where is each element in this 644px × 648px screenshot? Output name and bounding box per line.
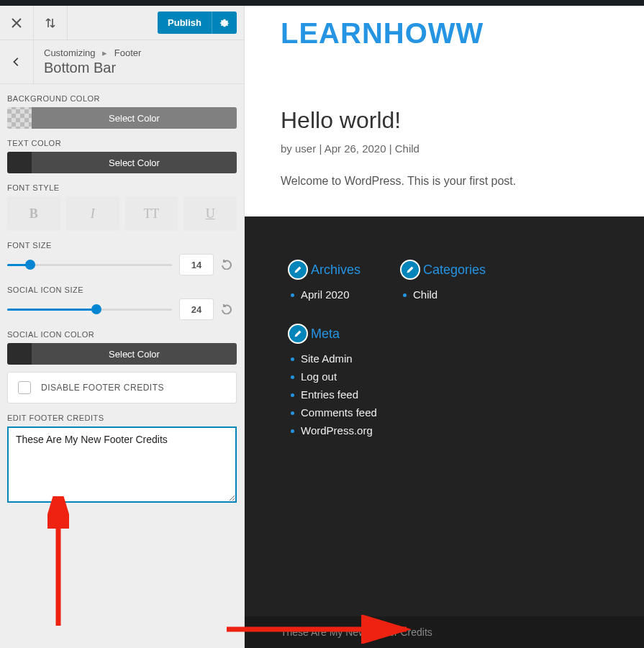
meta-sep: | [319, 142, 324, 155]
close-icon [11, 17, 22, 29]
footer-bottom-bar: These Are My New Footer Credits [245, 616, 644, 648]
widget-archives: Archives April 2020 Meta [288, 260, 389, 439]
text-color-control: Select Color [7, 152, 237, 173]
meta-list-item[interactable]: Comments feed [301, 403, 389, 421]
meta-author[interactable]: user [295, 142, 316, 155]
font-size-reset[interactable] [221, 258, 237, 272]
breadcrumb-separator: ▸ [98, 47, 112, 58]
controls-area: BACKGROUND COLOR Select Color TEXT COLOR… [0, 84, 244, 648]
publish-button[interactable]: Publish [158, 12, 212, 34]
undo-icon [221, 303, 232, 314]
bg-color-select-button[interactable]: Select Color [32, 107, 237, 129]
site-footer: Archives April 2020 Meta [245, 216, 644, 648]
social-icon-size-slider[interactable] [7, 303, 172, 316]
footer-credits-text: These Are My New Footer Credits [281, 626, 432, 638]
pencil-icon [294, 329, 302, 338]
bg-color-label: BACKGROUND COLOR [7, 94, 237, 103]
edit-widget-meta-button[interactable] [288, 324, 308, 344]
meta-by: by [281, 142, 292, 155]
archives-item[interactable]: April 2020 [301, 286, 389, 304]
bg-color-swatch[interactable] [7, 107, 32, 129]
back-button[interactable] [0, 40, 34, 83]
text-color-label: TEXT COLOR [7, 139, 237, 147]
site-brand[interactable]: LEARNHOWW [245, 13, 644, 50]
post: Hello world! by user | Apr 26, 2020 | Ch… [245, 107, 644, 188]
social-icon-size-label: SOCIAL ICON SIZE [7, 286, 237, 294]
font-size-row: 14 [7, 254, 237, 275]
pencil-icon [294, 265, 302, 274]
post-meta: by user | Apr 26, 2020 | Child [281, 142, 644, 155]
meta-widget-title: Meta [311, 327, 340, 342]
pencil-icon [406, 265, 414, 274]
font-size-label: FONT SIZE [7, 241, 237, 250]
edit-widget-archives-button[interactable] [288, 260, 308, 280]
edit-credits-label: EDIT FOOTER CREDITS [7, 414, 237, 422]
meta-category[interactable]: Child [395, 142, 419, 155]
post-title[interactable]: Hello world! [281, 107, 644, 134]
breadcrumb-root: Customizing [44, 47, 96, 58]
publish-wrap: Publish [150, 12, 244, 34]
sidebar-top-row: Publish [0, 6, 244, 40]
social-icon-color-swatch[interactable] [7, 343, 32, 365]
underline-button[interactable]: U [183, 196, 237, 231]
text-color-select-button[interactable]: Select Color [32, 152, 237, 173]
bold-button[interactable]: B [7, 196, 60, 231]
meta-list-item[interactable]: Site Admin [301, 350, 389, 368]
font-style-row: B I TT U [7, 196, 237, 231]
post-excerpt: Welcome to WordPress. This is your first… [281, 175, 644, 188]
chevron-left-icon [12, 57, 22, 67]
meta-list-item[interactable]: Entries feed [301, 385, 389, 403]
breadcrumb-path: Customizing ▸ Footer [44, 47, 141, 58]
customizer-sidebar: Publish Customizing ▸ Footer Bottom Bar … [0, 0, 245, 648]
disable-credits-row: DISABLE FOOTER CREDITS [7, 372, 237, 403]
categories-item[interactable]: Child [413, 286, 501, 304]
breadcrumb-parent: Footer [114, 47, 142, 58]
meta-list-item[interactable]: WordPress.org [301, 421, 389, 439]
social-icon-size-value[interactable]: 24 [179, 298, 214, 320]
font-size-value[interactable]: 14 [179, 254, 214, 275]
preview-pane: LEARNHOWW Hello world! by user | Apr 26,… [245, 0, 644, 648]
social-icon-color-control: Select Color [7, 343, 237, 365]
social-icon-size-row: 24 [7, 298, 237, 320]
breadcrumb-header: Customizing ▸ Footer Bottom Bar [0, 40, 244, 84]
swap-vertical-icon [45, 17, 56, 29]
gear-icon [219, 18, 230, 28]
meta-date: Apr 26, 2020 [325, 142, 386, 155]
meta-sep: | [389, 142, 395, 155]
edit-credits-textarea[interactable] [7, 426, 237, 503]
text-transform-button[interactable]: TT [125, 196, 178, 231]
edit-widget-categories-button[interactable] [400, 260, 420, 280]
undo-icon [221, 258, 232, 270]
italic-button[interactable]: I [66, 196, 119, 231]
social-icon-size-reset[interactable] [221, 303, 237, 316]
text-color-swatch[interactable] [7, 152, 32, 173]
social-icon-color-select-button[interactable]: Select Color [32, 343, 237, 365]
categories-title: Categories [423, 263, 486, 278]
widget-categories: Categories Child [400, 260, 501, 439]
panel-title: Bottom Bar [44, 60, 141, 76]
font-size-slider[interactable] [7, 258, 172, 271]
disable-credits-checkbox[interactable] [18, 381, 31, 394]
device-toggle-button[interactable] [34, 6, 68, 40]
close-customizer-button[interactable] [0, 6, 34, 40]
social-icon-color-label: SOCIAL ICON COLOR [7, 330, 237, 339]
disable-credits-label: DISABLE FOOTER CREDITS [41, 383, 164, 393]
meta-list-item[interactable]: Log out [301, 368, 389, 385]
publish-settings-button[interactable] [212, 12, 237, 34]
bg-color-control: Select Color [7, 107, 237, 129]
font-style-label: FONT STYLE [7, 183, 237, 192]
archives-title: Archives [311, 263, 360, 278]
